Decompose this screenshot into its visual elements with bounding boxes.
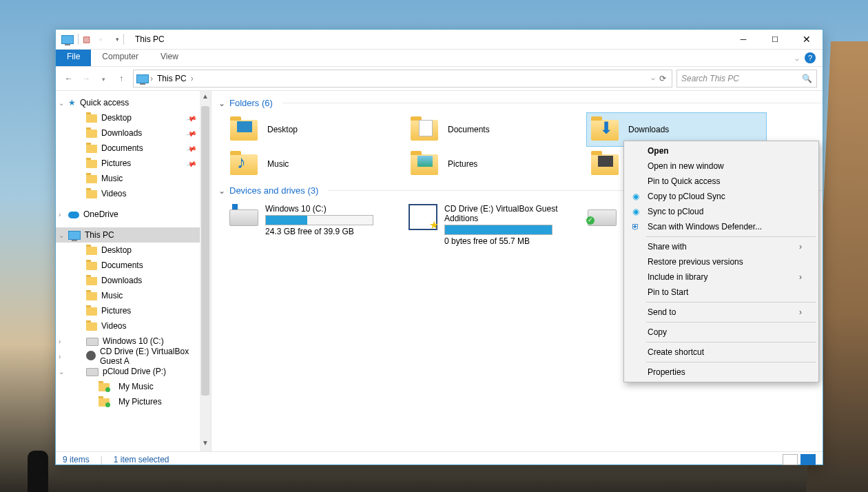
search-icon[interactable]: 🔍 [802,74,812,83]
context-item[interactable]: Pin to Quick access [626,174,817,189]
chevron-right-icon[interactable]: › [189,74,195,83]
folder-tile[interactable]: Documents [406,112,586,147]
close-button[interactable]: ✕ [791,30,823,49]
ribbon-tab-view[interactable]: View [149,50,189,66]
nav-item-label: Downloads [101,128,142,138]
folder-icon [99,397,114,407]
recent-dropdown-icon[interactable]: ▾ [96,72,112,87]
folder-tile[interactable]: Desktop [225,112,406,147]
nav-scrollbar[interactable]: ▲ ▼ [200,91,211,451]
qat-dropdown-icon[interactable]: ▾ [116,36,119,43]
scroll-thumb[interactable] [201,106,209,396]
tile-label: Desktop [267,124,298,135]
context-item[interactable]: Open in new window [626,158,817,174]
folder-tile[interactable]: Pictures [406,147,586,181]
nav-item-label: Pictures [101,306,131,316]
capacity-bar [444,225,552,235]
drive-tile[interactable]: ★ CD Drive (E:) VirtualBox Guest Additio… [404,200,583,250]
drive-subtext: 24.3 GB free of 39.9 GB [265,227,373,236]
address-dropdown-icon[interactable]: ⌵ [651,74,655,83]
nav-item[interactable]: Pictures [56,303,211,318]
view-tiles-button[interactable] [800,454,816,465]
cloud-icon [68,209,79,219]
nav-item[interactable]: Documents 📌 [56,141,211,156]
context-item[interactable]: Open [626,143,817,158]
drive-icon [86,245,97,255]
nav-item-label: Desktop [101,113,132,123]
chevron-right-icon[interactable]: › [59,338,61,345]
drive-icon [86,336,99,346]
nav-item-label: Pictures [101,158,131,168]
ribbon-tab-computer[interactable]: Computer [91,50,149,66]
nav-item-label: Documents [101,143,143,153]
qat-disabled-icon: ▫ [99,34,112,44]
group-header-folders[interactable]: ⌄ Folders (6) [211,94,823,112]
chevron-down-icon[interactable]: ⌄ [218,99,225,108]
ribbon-collapse-icon[interactable]: ⌵ [795,54,799,62]
nav-item[interactable]: Downloads 📌 [56,125,211,141]
view-details-button[interactable] [783,454,798,465]
chevron-right-icon: › [799,307,802,317]
drive-tile[interactable]: Windows 10 (C:) 24.3 GB free of 39.9 GB [225,200,404,250]
qat-divider [123,34,124,45]
nav-onedrive[interactable]: › OneDrive [56,207,211,222]
context-item[interactable]: Create shortcut [626,345,817,360]
properties-icon[interactable]: ▧ [83,34,95,44]
nav-item[interactable]: My Pictures [56,394,211,409]
nav-item[interactable]: › CD Drive (E:) VirtualBox Guest A [56,349,211,364]
chevron-right-icon[interactable]: › [59,353,61,360]
chevron-right-icon[interactable]: › [59,211,61,218]
drive-icon: ✓ [588,204,617,229]
context-item[interactable]: Include in library› [626,269,817,285]
nav-item[interactable]: My Music [56,379,211,394]
help-icon[interactable]: ? [805,52,816,63]
context-item[interactable]: Pin to Start [626,285,817,300]
refresh-icon[interactable]: ⟳ [659,74,666,83]
chevron-down-icon[interactable]: ⌄ [218,186,225,196]
chevron-down-icon[interactable]: ⌄ [59,99,64,107]
context-separator [646,236,816,237]
nav-item[interactable]: Documents [56,258,211,273]
up-button[interactable]: ↑ [114,71,129,86]
status-bar: 9 items | 1 item selected [56,451,823,467]
folder-icon [591,152,620,176]
back-button[interactable]: ← [61,71,76,86]
search-box[interactable]: Search This PC 🔍 [676,70,817,88]
breadcrumb[interactable]: This PC [154,74,189,83]
nav-item[interactable]: Music [56,288,211,303]
forward-button[interactable]: → [79,71,94,86]
context-item[interactable]: ◉Copy to pCloud Sync [626,189,817,204]
context-item[interactable]: Restore previous versions [626,254,817,269]
address-bar[interactable]: › This PC › ⌵ ⟳ [133,70,672,88]
scroll-down-icon[interactable]: ▼ [200,439,211,450]
chevron-right-icon[interactable]: ⌄ [59,368,64,376]
scroll-up-icon[interactable]: ▲ [200,92,211,103]
context-item-label: Open in new window [648,161,724,171]
folder-icon [86,189,97,198]
context-item[interactable]: Properties [626,365,817,380]
minimize-button[interactable]: ─ [727,30,759,49]
ribbon-file-tab[interactable]: File [56,50,91,66]
chevron-down-icon[interactable]: ⌄ [59,232,64,239]
nav-item[interactable]: Desktop [56,243,211,258]
context-item[interactable]: ◉Sync to pCloud [626,204,817,219]
nav-this-pc[interactable]: ⌄ This PC [56,227,211,243]
context-item[interactable]: ⛨Scan with Windows Defender... [626,219,817,234]
nav-item[interactable]: Desktop 📌 [56,110,211,125]
context-item[interactable]: Send to› [626,305,817,320]
status-item-count: 9 items [63,455,90,464]
nav-item[interactable]: Videos [56,186,211,201]
pin-icon: 📌 [186,127,197,139]
chevron-right-icon[interactable]: › [149,74,154,83]
nav-item[interactable]: Music [56,171,211,186]
nav-quick-access[interactable]: ⌄ ★ Quick access [56,95,211,110]
nav-item[interactable]: Pictures 📌 [56,156,211,171]
nav-item[interactable]: Downloads [56,273,211,288]
context-item[interactable]: Share with› [626,239,817,254]
nav-item[interactable]: ⌄ pCloud Drive (P:) [56,364,211,379]
folder-tile[interactable]: ♪ Music [225,147,406,181]
maximize-button[interactable]: ☐ [759,30,791,49]
nav-item[interactable]: Videos [56,318,211,334]
context-menu[interactable]: OpenOpen in new windowPin to Quick acces… [623,141,819,382]
context-item[interactable]: Copy [626,325,817,340]
